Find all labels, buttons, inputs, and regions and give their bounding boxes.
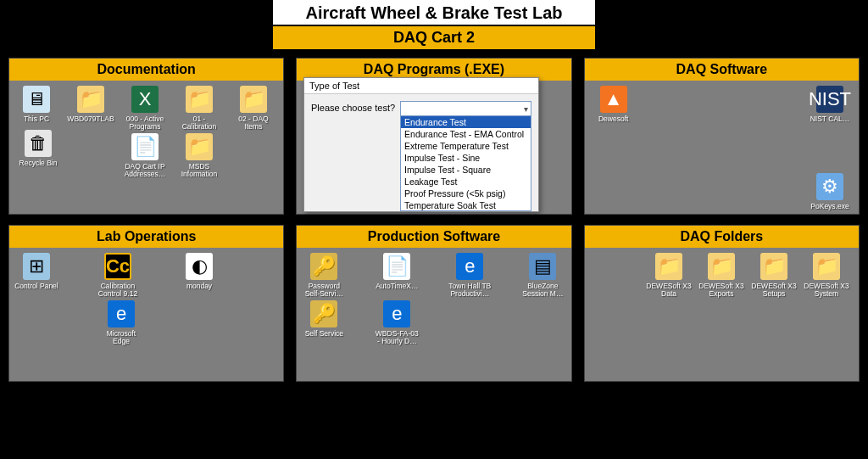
prod-icon-1-label: AutoTimeX…: [376, 283, 418, 290]
doc-icon-0-label: This PC: [24, 115, 49, 123]
chevron-down-icon: ▾: [524, 104, 528, 114]
combo-listbox[interactable]: Endurance TestEndurance Test - EMA Contr…: [400, 116, 531, 211]
doc-icon-b-0-icon: 📄: [131, 133, 159, 160]
doc-icon-2[interactable]: X000 - Active Programs: [121, 86, 169, 132]
labops-icon-1-label: Calibration Control 9.12: [94, 283, 142, 299]
daqfolder-icon-0[interactable]: 📁DEWESoft X3 Data: [645, 253, 693, 299]
doc-icon-3-icon: 📁: [186, 86, 213, 113]
prod-icon-2-icon: e: [456, 253, 483, 280]
prod-icon-b-0[interactable]: 🔑Self Service: [300, 300, 348, 346]
combo-option-3[interactable]: Impulse Test - Sine: [401, 152, 531, 164]
daqfolder-icon-3-icon: 📁: [813, 253, 840, 280]
doc-icon-1-label: WBD079TLAB: [67, 115, 114, 123]
daqfolder-icon-2[interactable]: 📁DEWESoft X3 Setups: [750, 253, 798, 299]
daqfolder-icon-2-label: DEWESoft X3 Setups: [750, 283, 798, 299]
type-of-test-dialog[interactable]: Type of Test Please choose test? ▾ Endur…: [303, 77, 539, 212]
prod-icon-b-1-icon: e: [383, 300, 410, 327]
labops-icon-0-label: Control Panel: [14, 283, 58, 290]
prod-icon-2[interactable]: eTown Hall TB Productivi…: [446, 253, 493, 299]
daqfolder-icon-3-label: DEWESoft X3 System: [803, 283, 850, 299]
doc-icon-3[interactable]: 📁01 - Calibration: [175, 86, 223, 132]
doc-icon-4[interactable]: 📁02 - DAQ Items: [230, 86, 277, 132]
daqfolder-icon-2-icon: 📁: [760, 253, 787, 280]
dewesoft-shortcut-label: Dewesoft: [598, 115, 628, 123]
prod-icon-0[interactable]: 🔑Password Self-Servi…: [300, 253, 348, 299]
test-type-combo[interactable]: ▾ Endurance TestEndurance Test - EMA Con…: [400, 101, 531, 211]
doc-icon-b-1-icon: 📁: [186, 133, 213, 160]
doc-icon-1[interactable]: 📁WBD079TLAB: [67, 86, 114, 132]
fence-header: Documentation: [9, 59, 283, 81]
labops-icon-1[interactable]: CcCalibration Control 9.12: [94, 253, 142, 299]
fence-body-documentation: 🖥This PC📁WBD079TLABX000 - Active Program…: [9, 81, 283, 214]
prod-icon-1[interactable]: 📄AutoTimeX…: [373, 253, 420, 299]
fence-body-prod-software: 🔑Password Self-Servi…📄AutoTimeX…eTown Ha…: [297, 248, 570, 381]
labops-icon-0[interactable]: ⊞Control Panel: [13, 253, 60, 299]
recycle-bin-icon: 🗑: [25, 130, 52, 157]
combo-option-1[interactable]: Endurance Test - EMA Control: [401, 128, 531, 140]
prod-icon-1-icon: 📄: [383, 253, 410, 280]
fence-daq-software: DAQ Software ▲Dewesoft NISTNIST CAL… ⚙Po…: [584, 58, 860, 215]
page-subtitle: DAQ Cart 2: [273, 25, 595, 49]
doc-icon-2-label: 000 - Active Programs: [121, 115, 169, 132]
doc-icon-4-icon: 📁: [240, 86, 267, 113]
fence-daq-folders: DAQ Folders 📁DEWESoft X3 Data📁DEWESoft X…: [584, 225, 860, 382]
prod-icon-b-1[interactable]: eWBDS-FA-03 - Hourly D…: [373, 300, 420, 346]
prod-icon-3-label: BlueZone Session M…: [519, 283, 566, 299]
combo-option-2[interactable]: Extreme Temperature Test: [401, 140, 531, 152]
fence-body-daq-software: ▲Dewesoft NISTNIST CAL… ⚙PoKeys.exe: [585, 81, 859, 214]
doc-icon-4-label: 02 - DAQ Items: [230, 115, 277, 132]
doc-icon-2-icon: X: [131, 86, 159, 113]
doc-icon-0-icon: 🖥: [23, 86, 50, 113]
prod-icon-0-label: Password Self-Servi…: [300, 283, 348, 299]
daqfolder-icon-1-label: DEWESoft X3 Exports: [698, 283, 745, 299]
labops-icon-1-icon: Cc: [104, 253, 131, 280]
dialog-title: Type of Test: [304, 78, 538, 94]
daqfolder-icon-0-label: DEWESoft X3 Data: [645, 283, 693, 299]
fence-header: DAQ Folders: [585, 226, 859, 248]
labops-icon-b-0-icon: e: [108, 300, 135, 327]
prod-icon-b-0-icon: 🔑: [310, 300, 337, 327]
labops-icon-2-label: monday: [186, 283, 212, 290]
pokeys-shortcut-icon: ⚙: [816, 173, 843, 200]
fence-production-software: Production Software 🔑Password Self-Servi…: [296, 225, 571, 382]
combo-option-0[interactable]: Endurance Test: [401, 116, 531, 128]
combo-option-4[interactable]: Impulse Test - Square: [401, 164, 531, 176]
labops-icon-b-0[interactable]: eMicrosoft Edge: [97, 300, 145, 346]
fence-header: Lab Operations: [9, 226, 283, 248]
combo-field[interactable]: ▾: [400, 101, 531, 116]
labops-icon-2[interactable]: ◐monday: [175, 253, 223, 299]
prod-icon-b-1-label: WBDS-FA-03 - Hourly D…: [373, 330, 420, 346]
prod-icon-0-icon: 🔑: [310, 253, 337, 280]
combo-option-5[interactable]: Leakage Test: [401, 176, 531, 188]
labops-icon-2-icon: ◐: [186, 253, 213, 280]
nist-cal-shortcut[interactable]: NISTNIST CAL…: [806, 86, 854, 123]
combo-option-6[interactable]: Proof Pressure (<5k psig): [401, 188, 531, 199]
prod-icon-2-label: Town Hall TB Productivi…: [446, 283, 493, 299]
dewesoft-shortcut[interactable]: ▲Dewesoft: [590, 86, 637, 123]
nist-cal-shortcut-label: NIST CAL…: [810, 115, 850, 123]
doc-icon-b-0-label: DAQ Cart IP Addresses…: [121, 163, 169, 179]
daqfolder-icon-1-icon: 📁: [708, 253, 735, 280]
daqfolder-icon-3[interactable]: 📁DEWESoft X3 System: [803, 253, 850, 299]
labops-icon-b-0-label: Microsoft Edge: [97, 330, 145, 346]
doc-icon-b-0[interactable]: 📄DAQ Cart IP Addresses…: [121, 133, 169, 179]
doc-icon-0[interactable]: 🖥This PC: [13, 86, 60, 132]
prod-icon-3[interactable]: ▤BlueZone Session M…: [519, 253, 566, 299]
dialog-prompt: Please choose test?: [311, 101, 395, 113]
fence-documentation: Documentation 🖥This PC📁WBD079TLABX000 - …: [8, 58, 284, 215]
page-title: Aircraft Wheel & Brake Test Lab: [273, 0, 595, 25]
recycle-bin[interactable]: 🗑Recycle Bin: [14, 130, 62, 167]
doc-icon-b-1[interactable]: 📁MSDS Information: [175, 133, 223, 179]
dewesoft-shortcut-icon: ▲: [600, 86, 627, 113]
title-block: Aircraft Wheel & Brake Test Lab DAQ Cart…: [273, 0, 595, 49]
pokeys-shortcut-label: PoKeys.exe: [810, 203, 849, 210]
prod-icon-3-icon: ▤: [529, 253, 556, 280]
fence-body-lab-ops: ⊞Control PanelCcCalibration Control 9.12…: [9, 248, 283, 381]
prod-icon-b-0-label: Self Service: [305, 330, 343, 338]
combo-option-7[interactable]: Temperature Soak Test: [401, 199, 531, 211]
fence-lab-operations: Lab Operations ⊞Control PanelCcCalibrati…: [8, 225, 284, 382]
daqfolder-icon-1[interactable]: 📁DEWESoft X3 Exports: [698, 253, 745, 299]
pokeys-shortcut[interactable]: ⚙PoKeys.exe: [806, 173, 854, 210]
labops-icon-0-icon: ⊞: [23, 253, 50, 280]
doc-icon-3-label: 01 - Calibration: [175, 115, 223, 132]
